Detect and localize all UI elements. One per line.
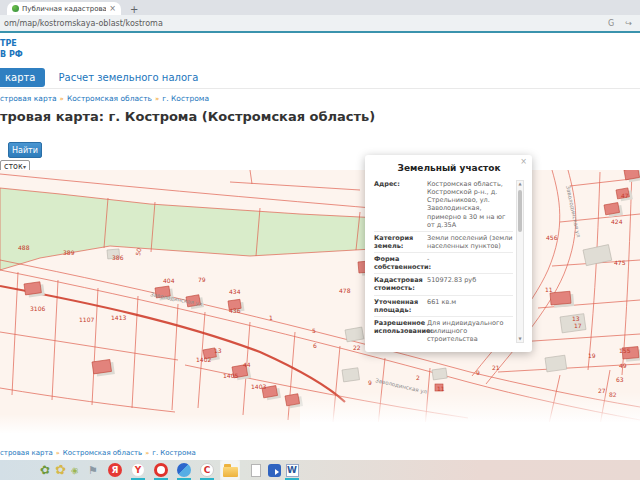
close-tab-icon[interactable]: × (109, 4, 116, 13)
parcel-number-label: 1402 (196, 356, 211, 363)
url-bar[interactable]: om/map/kostromskaya-oblast/kostroma G ↪ (0, 15, 640, 31)
new-tab-button[interactable]: + (130, 5, 138, 15)
popup-row: Кадастровая стоимость:510972.83 руб (374, 273, 513, 294)
parcel-number-label: 478 (339, 287, 351, 294)
cadastral-map[interactable]: 4883893865040479310611071413434478457436… (0, 170, 640, 447)
parcel-number-label: 155 (619, 347, 631, 354)
popup-row-label: Уточненная площадь: (374, 298, 424, 314)
breadcrumb-separator: » (152, 95, 162, 103)
parcel-number-label: 1107 (79, 316, 94, 323)
parcel-number-label: 9 (476, 369, 480, 376)
breadcrumb-link[interactable]: стровая карта (0, 94, 57, 103)
parcel-number-label: 6 (313, 342, 317, 349)
footer-breadcrumb: стровая карта»Костромская область»г. Кос… (0, 449, 196, 457)
browser-swirl-icon[interactable] (175, 460, 193, 480)
site-favicon-icon (12, 5, 19, 12)
parcel-number-label: 1403 (251, 383, 266, 390)
word-icon: W (286, 464, 299, 477)
parcel-number-label: 1405 (223, 372, 238, 379)
parcel-number-label: 17 (574, 322, 582, 329)
translate-icon[interactable]: G (608, 19, 614, 28)
taskbar: ✿ ✿ ❀ ⚑ЯYCW (0, 460, 640, 480)
popup-row-value: 510972.83 руб (424, 276, 513, 292)
breadcrumb-link[interactable]: стровая карта (0, 449, 53, 457)
breadcrumb-link[interactable]: г. Кострома (152, 449, 196, 457)
parcel-number-label: 5 (312, 327, 316, 334)
parcel-number-label: 21 (492, 364, 500, 371)
document-icon[interactable] (247, 460, 265, 480)
sputnik-browser-icon[interactable]: C (198, 460, 216, 480)
parcel-number-label: 424 (611, 218, 623, 225)
page-title: тровая карта: г. Кострома (Костромская о… (0, 109, 640, 124)
parcel-number-label: 436 (229, 307, 241, 314)
find-button[interactable]: Найти (8, 142, 42, 158)
yandex-browser-icon[interactable]: Y (129, 460, 147, 480)
popup-row-value: Земли поселений (земли населенных пункто… (424, 234, 513, 250)
main-nav: карта Расчет земельного налога (0, 67, 640, 89)
breadcrumb-link[interactable]: Костромская область (63, 449, 142, 457)
share-icon[interactable]: ↪ (625, 19, 632, 28)
popup-row-value: Костромская область, Костромской р-н., д… (424, 180, 513, 229)
browser-tab-bar: Публичная кадастровая карта × + (0, 0, 640, 15)
parcel-number-label: 475 (614, 259, 626, 266)
parcel-number-label: 488 (18, 244, 30, 251)
app-blue-icon[interactable] (265, 460, 283, 480)
popup-row-value: 661 кв.м (424, 298, 513, 314)
popup-rows: Адрес:Костромская область, Костромской р… (374, 178, 513, 345)
url-text: om/map/kostromskaya-oblast/kostroma (4, 19, 163, 28)
flower-icon: ✿ (54, 460, 67, 479)
parcel-number-label: 13 (572, 315, 580, 322)
popup-row-label: Адрес: (374, 180, 424, 229)
popup-row: Разрешенное использование:Для индивидуал… (374, 316, 513, 345)
parcel-number-label: 1413 (111, 314, 126, 321)
chevron-down-icon: ▾ (23, 163, 26, 170)
browser-tab[interactable]: Публичная кадастровая карта × (7, 2, 121, 15)
logo-line-1: ТРЕ (0, 38, 640, 49)
parcel-number-label: 404 (163, 277, 175, 284)
tab-title: Публичная кадастровая карта (22, 5, 106, 13)
yandex-icon[interactable]: Я (106, 460, 124, 480)
word-icon[interactable]: W (283, 460, 301, 480)
parcel-number-label: 19 (588, 352, 596, 359)
map-fade-bottom-solid (0, 436, 640, 447)
popup-row: Форма собственности:- (374, 252, 513, 273)
tab-cadastral-map[interactable]: карта (0, 68, 45, 87)
popup-row-label: Категория земель: (374, 234, 424, 250)
breadcrumb: стровая карта»Костромская область»г. Кос… (0, 94, 640, 103)
popup-row: Категория земель:Земли поселений (земли … (374, 231, 513, 252)
yandex-browser-icon: Y (131, 463, 145, 477)
opera-icon[interactable] (152, 460, 170, 480)
breadcrumb-link[interactable]: г. Кострома (162, 94, 209, 103)
flower-icon: ❀ (68, 461, 81, 480)
tab-land-tax[interactable]: Расчет земельного налога (58, 72, 198, 83)
popup-row: Уточненная площадь:661 кв.м (374, 295, 513, 316)
scroll-up-icon[interactable]: ▲ (518, 181, 521, 187)
site-logo: ТРЕ В РФ (0, 38, 640, 60)
parcel-number-label: 63 (616, 376, 624, 383)
breadcrumb-separator: » (57, 95, 67, 103)
popup-close-icon[interactable]: × (520, 157, 527, 166)
popup-title: Земельный участок (374, 163, 524, 173)
file-explorer-icon[interactable] (221, 460, 239, 480)
parcel-number-label: 3106 (30, 305, 45, 312)
popup-scrollbar[interactable]: ▲ ▼ (516, 180, 524, 343)
parcel-number-label: 389 (63, 249, 75, 256)
parcel-number-label: 456 (546, 234, 558, 241)
popup-row-label: Разрешенное использование: (374, 319, 424, 343)
scroll-down-icon[interactable]: ▼ (518, 336, 521, 342)
start-flag-icon: ⚑ (88, 464, 98, 477)
breadcrumb-separator: » (142, 449, 152, 457)
parcel-number-label: 44 (243, 361, 251, 368)
breadcrumb-link[interactable]: Костромская область (67, 94, 152, 103)
parcel-number-label: 13 (214, 347, 222, 354)
parcel-number-label: 2 (416, 374, 420, 381)
scrollbar-thumb[interactable] (518, 190, 522, 232)
parcel-number-label: 49 (619, 362, 627, 369)
parcel-number-label: 79 (198, 276, 206, 283)
browser-swirl-icon (177, 463, 191, 477)
file-explorer-icon (223, 467, 238, 477)
popup-row-label: Форма собственности: (374, 255, 424, 271)
parcel-number-label: 1 (269, 314, 273, 321)
popup-row-value: - (424, 255, 513, 271)
start-flag-icon[interactable]: ⚑ (84, 460, 102, 480)
